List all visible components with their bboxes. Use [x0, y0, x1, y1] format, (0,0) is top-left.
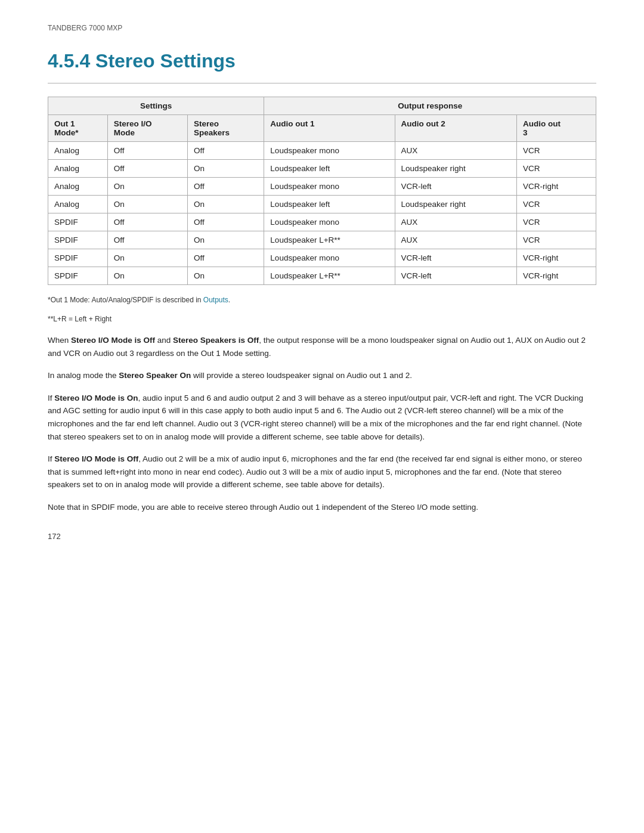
- table-cell: Off: [107, 213, 187, 231]
- col-audioout2: Audio out 2: [395, 115, 516, 142]
- header-label: TANDBERG 7000 MXP: [48, 24, 596, 32]
- table-cell: VCR-left: [395, 178, 516, 196]
- table-row: SPDIFOffOffLoudspeaker monoAUXVCR: [48, 213, 596, 231]
- table-cell: VCR: [516, 231, 596, 249]
- table-cell: Off: [188, 178, 264, 196]
- table-cell: Analog: [48, 178, 108, 196]
- table-cell: On: [107, 249, 187, 267]
- table-row: SPDIFOnOffLoudspeaker monoVCR-leftVCR-ri…: [48, 249, 596, 267]
- table-cell: Loudspeaker left: [264, 160, 395, 178]
- col-out1mode: Out 1Mode*: [48, 115, 108, 142]
- table-cell: SPDIF: [48, 267, 108, 285]
- table-cell: SPDIF: [48, 249, 108, 267]
- table-cell: Loudspeaker mono: [264, 249, 395, 267]
- table-cell: VCR-right: [516, 267, 596, 285]
- body-paragraph: When Stereo I/O Mode is Off and Stereo S…: [48, 334, 596, 360]
- table-cell: Analog: [48, 142, 108, 160]
- table-cell: VCR: [516, 213, 596, 231]
- outputs-link[interactable]: Outputs: [203, 296, 228, 304]
- page-number: 172: [48, 532, 596, 541]
- table-row: AnalogOnOnLoudspeaker leftLoudspeaker ri…: [48, 196, 596, 213]
- table-cell: AUX: [395, 142, 516, 160]
- table-cell: VCR-right: [516, 249, 596, 267]
- table-cell: Loudspeaker L+R**: [264, 267, 395, 285]
- table-cell: AUX: [395, 231, 516, 249]
- col-audioout1: Audio out 1: [264, 115, 395, 142]
- table-cell: On: [188, 267, 264, 285]
- table-cell: AUX: [395, 213, 516, 231]
- table-cell: VCR: [516, 196, 596, 213]
- table-row: SPDIFOffOnLoudspeaker L+R**AUXVCR: [48, 231, 596, 249]
- table-cell: Off: [107, 231, 187, 249]
- table-cell: Off: [188, 249, 264, 267]
- table-row: AnalogOffOnLoudspeaker leftLoudspeaker r…: [48, 160, 596, 178]
- table-cell: VCR-left: [395, 249, 516, 267]
- table-cell: Loudspeaker mono: [264, 142, 395, 160]
- table-cell: On: [107, 267, 187, 285]
- table-cell: On: [188, 160, 264, 178]
- table-cell: VCR: [516, 160, 596, 178]
- body-paragraph: In analog mode the Stereo Speaker On wil…: [48, 369, 596, 382]
- stereo-settings-table: Settings Output response Out 1Mode* Ster…: [48, 97, 596, 285]
- body-paragraph: If Stereo I/O Mode is On, audio input 5 …: [48, 392, 596, 443]
- page-title: 4.5.4 Stereo Settings: [48, 50, 596, 72]
- output-group-header: Output response: [264, 97, 596, 115]
- table-cell: Loudspeaker left: [264, 196, 395, 213]
- table-cell: Off: [107, 160, 187, 178]
- table-cell: On: [188, 231, 264, 249]
- table-cell: SPDIF: [48, 213, 108, 231]
- table-row: AnalogOffOffLoudspeaker monoAUXVCR: [48, 142, 596, 160]
- table-cell: On: [107, 196, 187, 213]
- body-paragraph: Note that in SPDIF mode, you are able to…: [48, 501, 596, 514]
- table-cell: Off: [188, 213, 264, 231]
- table-cell: VCR-right: [516, 178, 596, 196]
- settings-group-header: Settings: [48, 97, 264, 115]
- table-cell: VCR-left: [395, 267, 516, 285]
- section-divider: [48, 83, 596, 83]
- table-cell: VCR: [516, 142, 596, 160]
- table-cell: Loudspeaker right: [395, 196, 516, 213]
- table-cell: On: [107, 178, 187, 196]
- table-cell: Loudspeaker mono: [264, 213, 395, 231]
- table-cell: Analog: [48, 196, 108, 213]
- table-row: AnalogOnOffLoudspeaker monoVCR-leftVCR-r…: [48, 178, 596, 196]
- table-cell: On: [188, 196, 264, 213]
- table-cell: Off: [107, 142, 187, 160]
- footnote-1: *Out 1 Mode: Auto/Analog/SPDIF is descri…: [48, 296, 596, 304]
- table-cell: Analog: [48, 160, 108, 178]
- table-row: SPDIFOnOnLoudspeaker L+R**VCR-leftVCR-ri…: [48, 267, 596, 285]
- body-paragraph: If Stereo I/O Mode is Off, Audio out 2 w…: [48, 453, 596, 491]
- col-stereoio: Stereo I/OMode: [107, 115, 187, 142]
- table-cell: SPDIF: [48, 231, 108, 249]
- table-cell: Loudspeaker mono: [264, 178, 395, 196]
- table-cell: Loudspeaker right: [395, 160, 516, 178]
- table-cell: Loudspeaker L+R**: [264, 231, 395, 249]
- table-cell: Off: [188, 142, 264, 160]
- footnote-2: **L+R = Left + Right: [48, 315, 596, 323]
- col-audioout3: Audio out3: [516, 115, 596, 142]
- col-stereospeakers: StereoSpeakers: [188, 115, 264, 142]
